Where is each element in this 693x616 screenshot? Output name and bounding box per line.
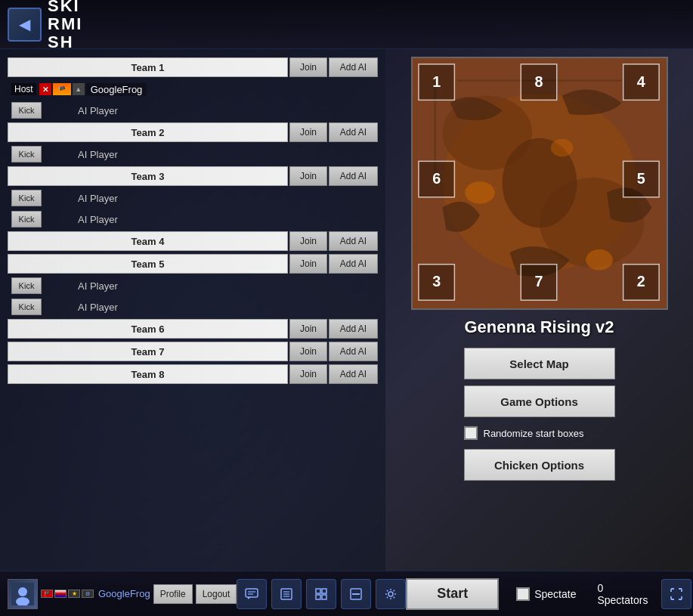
team-3-ai-name-1: AI Player: [45, 193, 378, 204]
randomize-row: Randomize start boxes: [464, 426, 615, 440]
team-3-ai-kick-button-1[interactable]: Kick: [11, 190, 42, 206]
team-6-row: Team 6 Join Add AI: [8, 318, 378, 339]
team-3-join-button[interactable]: Join: [289, 166, 327, 186]
teams-panel: Team 1 Join Add AI Host ✕ 🏴 ▲ GoogleFrog…: [0, 49, 385, 571]
flag-au-icon: 🏴: [41, 590, 53, 598]
svg-point-7: [586, 249, 613, 271]
team-3-ai-row-2: Kick AI Player: [8, 209, 378, 229]
team-7-label: Team 7: [8, 342, 288, 361]
team-6-join-button[interactable]: Join: [289, 319, 327, 339]
svg-text:3: 3: [432, 273, 441, 289]
team-2-row: Team 2 Join Add AI: [8, 122, 378, 143]
svg-text:1: 1: [432, 73, 441, 90]
team-5-ai-row-1: Kick AI Player: [8, 276, 378, 296]
team-2-add-ai-button[interactable]: Add AI: [329, 122, 378, 142]
team-3-ai-row-1: Kick AI Player: [8, 188, 378, 208]
team-1-host-row: Host ✕ 🏴 ▲ GoogleFrog: [8, 79, 378, 99]
profile-button[interactable]: Profile: [153, 584, 193, 604]
team-2-ai-kick-button[interactable]: Kick: [11, 146, 42, 163]
profile-flags: 🏴 ★ ⚙: [41, 590, 94, 598]
team-1-ai-name: AI Player: [45, 105, 378, 116]
chat-icon-button[interactable]: [237, 579, 267, 609]
back-button[interactable]: ◀: [8, 8, 42, 42]
team-3-add-ai-button[interactable]: Add AI: [329, 166, 378, 186]
svg-rect-35: [322, 589, 326, 593]
bottom-center-icons: [237, 579, 406, 609]
team-8-join-button[interactable]: Join: [289, 364, 327, 384]
flag-gb-icon: [54, 590, 67, 598]
grid-icon-button[interactable]: [306, 579, 336, 609]
team-7-add-ai-button[interactable]: Add AI: [329, 342, 378, 361]
team-1-ai-kick-button[interactable]: Kick: [11, 102, 42, 119]
team-7-row: Team 7 Join Add AI: [8, 341, 378, 362]
svg-text:4: 4: [636, 73, 645, 90]
logout-button[interactable]: Logout: [196, 584, 237, 604]
team-6-add-ai-button[interactable]: Add AI: [329, 319, 378, 339]
spectate-row: Spectate: [516, 587, 576, 601]
team-3-ai-name-2: AI Player: [45, 214, 378, 225]
team-6-label: Team 6: [8, 319, 288, 339]
team-4-join-button[interactable]: Join: [289, 231, 327, 251]
select-map-button[interactable]: Select Map: [464, 348, 615, 379]
team-3-row: Team 3 Join Add AI: [8, 166, 378, 187]
team-1-label: Team 1: [8, 57, 288, 77]
svg-rect-27: [246, 589, 258, 597]
team-4-add-ai-button[interactable]: Add AI: [329, 231, 378, 251]
team-5-ai-kick-button-1[interactable]: Kick: [11, 277, 42, 294]
team-4-label: Team 4: [8, 231, 288, 251]
map-svg: 1 8 4 6 5 3: [413, 58, 667, 308]
team-1-row: Team 1 Join Add AI: [8, 57, 378, 78]
svg-text:8: 8: [534, 73, 543, 90]
host-player-name: GoogleFrog: [86, 83, 147, 96]
svg-point-40: [388, 592, 393, 596]
right-panel: 1 8 4 6 5 3: [385, 49, 693, 571]
list-icon-button[interactable]: [271, 579, 302, 609]
host-label: Host: [11, 83, 36, 95]
minus-icon-button[interactable]: [341, 579, 371, 609]
team-5-ai-name-2: AI Player: [45, 302, 378, 313]
team-3-label: Team 3: [8, 166, 288, 186]
settings-icon-button[interactable]: [376, 579, 406, 609]
team-8-row: Team 8 Join Add AI: [8, 364, 378, 385]
svg-rect-37: [322, 595, 326, 599]
randomize-label: Randomize start boxes: [484, 428, 584, 439]
svg-text:7: 7: [534, 273, 543, 289]
map-title: Genenna Rising v2: [464, 317, 614, 337]
team-2-join-button[interactable]: Join: [289, 122, 327, 142]
star-icon: ★: [68, 590, 80, 598]
team-7-join-button[interactable]: Join: [289, 342, 327, 361]
svg-text:2: 2: [636, 273, 645, 289]
team-1-join-button[interactable]: Join: [289, 57, 327, 77]
team-5-add-ai-button[interactable]: Add AI: [329, 254, 378, 274]
game-options-button[interactable]: Game Options: [464, 385, 615, 417]
player-x-icon[interactable]: ✕: [39, 83, 51, 95]
team-1-ai-row: Kick AI Player: [8, 101, 378, 120]
spectators-count: 0 Spectators: [597, 582, 653, 606]
spectate-checkbox[interactable]: [516, 587, 530, 601]
team-4-row: Team 4 Join Add AI: [8, 231, 378, 252]
svg-point-6: [550, 139, 573, 157]
team-2-ai-name: AI Player: [45, 149, 378, 160]
team-5-join-button[interactable]: Join: [289, 254, 327, 274]
randomize-checkbox[interactable]: [464, 426, 478, 440]
svg-rect-34: [316, 589, 320, 593]
team-5-ai-name-1: AI Player: [45, 280, 378, 292]
chicken-options-button[interactable]: Chicken Options: [464, 449, 615, 481]
top-bar: ◀ SKIRMISH: [0, 0, 693, 49]
bottom-right-controls: Start Spectate 0 Spectators: [406, 578, 653, 610]
fullscreen-icon-button[interactable]: [661, 579, 691, 609]
team-5-label: Team 5: [8, 254, 288, 274]
profile-area: 🏴 ★ ⚙ GoogleFrog Profile Logout: [8, 579, 237, 609]
team-2-label: Team 2: [8, 122, 288, 142]
svg-point-25: [18, 587, 27, 596]
team-5-ai-row-2: Kick AI Player: [8, 297, 378, 317]
team-2-ai-row: Kick AI Player: [8, 144, 378, 164]
bottom-bar: 🏴 ★ ⚙ GoogleFrog Profile Logout Start: [0, 571, 693, 616]
team-1-add-ai-button[interactable]: Add AI: [329, 57, 378, 77]
main-content: Team 1 Join Add AI Host ✕ 🏴 ▲ GoogleFrog…: [0, 49, 693, 571]
team-5-ai-kick-button-2[interactable]: Kick: [11, 299, 42, 315]
team-3-ai-kick-button-2[interactable]: Kick: [11, 211, 42, 228]
team-8-add-ai-button[interactable]: Add AI: [329, 364, 378, 384]
profile-username: GoogleFrog: [98, 588, 150, 599]
start-button[interactable]: Start: [406, 578, 499, 610]
